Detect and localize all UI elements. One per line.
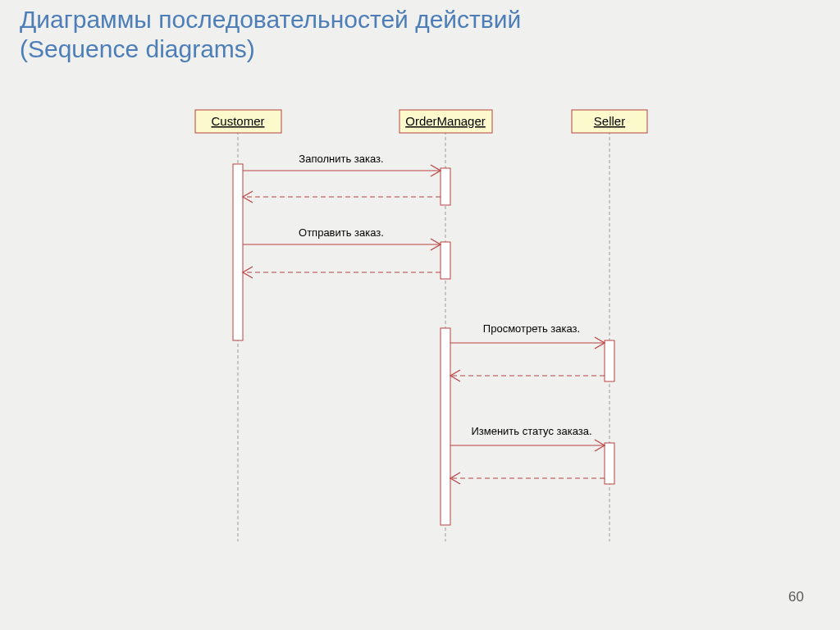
msg-change-status: Изменить статус заказа.	[450, 425, 605, 484]
activation-ordermanager-2	[441, 242, 450, 279]
activation-customer	[233, 164, 243, 340]
svg-text:Customer: Customer	[211, 114, 264, 128]
svg-text:Заполнить заказ.: Заполнить заказ.	[299, 153, 383, 165]
participant-seller: Seller	[572, 110, 647, 133]
svg-text:Seller: Seller	[594, 114, 625, 128]
sequence-diagram: Customer OrderManager Seller Заполнить з…	[0, 0, 840, 630]
activation-ordermanager-1	[441, 168, 450, 205]
msg-send-order: Отправить заказ.	[243, 226, 441, 278]
msg-fill-order: Заполнить заказ.	[243, 153, 441, 203]
activation-seller-1	[605, 340, 614, 381]
activation-ordermanager-3	[441, 328, 450, 525]
activation-seller-2	[605, 443, 614, 484]
msg-view-order: Просмотреть заказ.	[450, 322, 605, 381]
svg-text:OrderManager: OrderManager	[405, 114, 486, 128]
page-number: 60	[788, 589, 804, 605]
svg-text:Отправить заказ.: Отправить заказ.	[299, 226, 384, 239]
participant-ordermanager: OrderManager	[399, 110, 492, 133]
svg-text:Просмотреть заказ.: Просмотреть заказ.	[483, 322, 580, 335]
svg-text:Изменить статус заказа.: Изменить статус заказа.	[471, 425, 591, 437]
participant-customer: Customer	[195, 110, 281, 133]
